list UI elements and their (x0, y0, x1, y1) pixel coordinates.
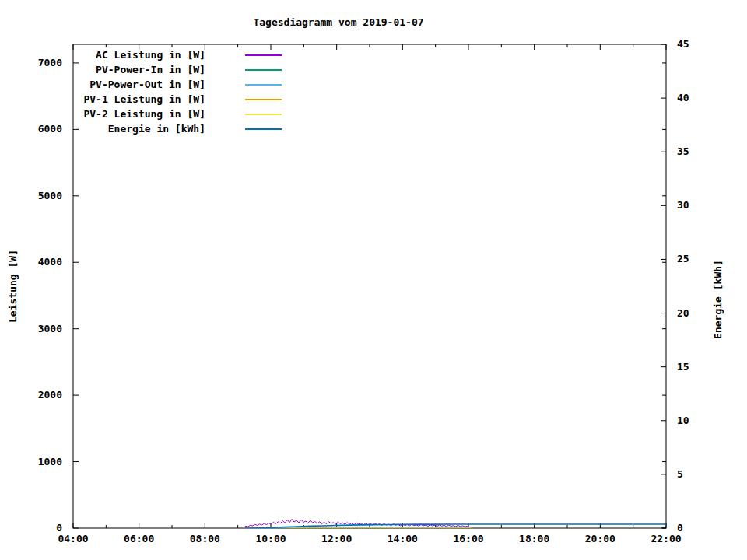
y-right-tick-label: 45 (677, 38, 689, 50)
y-right-tick-label: 15 (677, 361, 689, 373)
x-tick-label: 10:00 (255, 533, 286, 544)
y-right-tick-label: 10 (677, 415, 689, 426)
legend-label: PV-Power-Out in [W] (50, 78, 205, 92)
legend-line-sample-pv-power-in (245, 69, 282, 71)
legend-label: AC Leistung in [W] (50, 48, 205, 62)
series-line-ac-leistung-in-w (244, 519, 472, 527)
y-right-tick-label: 25 (677, 253, 689, 264)
y-axis-label-left: Leistung [W] (7, 250, 19, 323)
y-left-tick-label: 1000 (38, 456, 62, 467)
x-tick-label: 22:00 (651, 533, 681, 544)
x-tick-label: 14:00 (388, 533, 418, 544)
y-right-tick-label: 40 (677, 92, 689, 103)
y-right-tick-label: 30 (677, 199, 689, 211)
legend-line-sample-energie (245, 128, 282, 130)
legend-line-sample-pv-1-leistung (245, 99, 282, 100)
chart-title: Tagesdiagramm vom 2019-01-07 (0, 16, 677, 28)
y-left-tick-label: 4000 (38, 256, 62, 268)
legend-line-sample-pv-power-out (245, 84, 282, 86)
y-right-tick-label: 35 (677, 145, 689, 157)
x-tick-label: 18:00 (519, 533, 549, 544)
x-tick-label: 04:00 (58, 533, 88, 544)
y-right-tick-label: 20 (677, 307, 689, 319)
legend-label: PV-Power-In in [W] (50, 63, 205, 77)
legend-label: PV-1 Leistung in [W] (50, 93, 205, 107)
y-axis-label-right: Energie [kWh] (712, 260, 724, 339)
x-tick-label: 08:00 (190, 533, 220, 544)
y-left-tick-label: 0 (56, 522, 62, 534)
y-right-tick-label: 0 (677, 522, 683, 534)
y-left-tick-label: 2000 (38, 389, 62, 401)
legend-label: PV-2 Leistung in [W] (50, 107, 205, 121)
x-tick-label: 12:00 (321, 533, 352, 544)
chart-canvas: 04:0006:0008:0010:0012:0014:0016:0018:00… (0, 0, 747, 560)
legend-line-sample-ac-leistung (245, 54, 282, 56)
x-tick-label: 16:00 (453, 533, 483, 544)
x-tick-label: 20:00 (585, 533, 615, 544)
y-left-tick-label: 3000 (38, 323, 62, 334)
y-left-tick-label: 5000 (38, 190, 62, 201)
legend-label: Energie in [kWh] (50, 122, 205, 136)
x-tick-label: 06:00 (124, 533, 154, 544)
legend-line-sample-pv-2-leistung (245, 114, 282, 115)
y-right-tick-label: 5 (677, 468, 683, 480)
